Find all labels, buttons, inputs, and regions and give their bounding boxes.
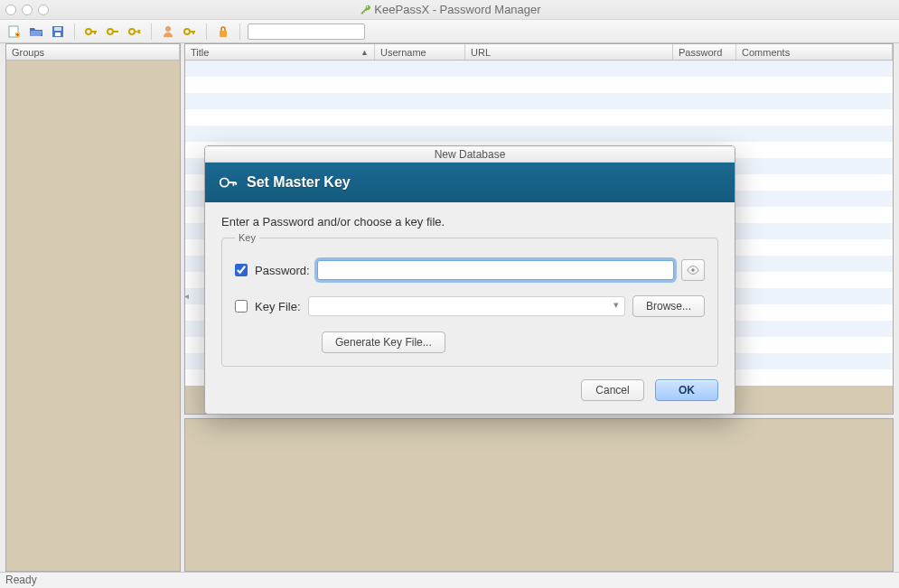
svg-rect-11 — [220, 31, 227, 37]
toolbar-separator — [239, 23, 240, 40]
toolbar-separator — [206, 23, 207, 40]
svg-point-7 — [108, 29, 113, 34]
copy-username-button[interactable] — [159, 23, 177, 41]
main-toolbar — [0, 20, 899, 43]
entries-header: Title▲ Username URL Password Comments — [185, 44, 893, 61]
keyfile-row: Key File: Browse... — [235, 295, 705, 317]
zoom-window-icon[interactable] — [38, 5, 49, 15]
svg-point-9 — [165, 26, 171, 32]
dialog-title: New Database — [205, 146, 735, 163]
table-row[interactable] — [185, 93, 893, 109]
toolbar-separator — [151, 23, 152, 40]
svg-point-13 — [691, 268, 695, 272]
open-folder-icon — [29, 24, 43, 39]
new-database-dialog: New Database Set Master Key Enter a Pass… — [204, 145, 735, 415]
dialog-footer: Cancel OK — [205, 376, 735, 414]
window-title: KeePassX - Password Manager — [0, 3, 899, 16]
ok-button[interactable]: OK — [655, 379, 718, 401]
delete-entry-button[interactable] — [126, 23, 144, 41]
dialog-body: Enter a Password and/or choose a key fil… — [205, 202, 735, 376]
table-row[interactable] — [185, 109, 893, 126]
dialog-instruction: Enter a Password and/or choose a key fil… — [221, 215, 718, 229]
table-row[interactable] — [185, 77, 893, 93]
svg-point-12 — [220, 178, 229, 186]
col-title[interactable]: Title▲ — [185, 44, 375, 60]
key-add-icon — [84, 24, 98, 39]
master-key-icon — [218, 173, 238, 192]
col-url[interactable]: URL — [465, 44, 673, 60]
copy-password-button[interactable] — [181, 23, 199, 41]
app-logo-icon — [358, 4, 370, 16]
window-traffic-lights — [5, 5, 49, 15]
eye-icon — [687, 264, 699, 276]
key-icon — [183, 24, 197, 39]
groups-header-label: Groups — [6, 44, 180, 60]
toggle-password-visibility-button[interactable] — [681, 259, 705, 281]
status-text: Ready — [5, 574, 37, 586]
keyfile-checkbox[interactable] — [235, 300, 248, 313]
save-database-button[interactable] — [49, 23, 67, 41]
vertical-splitter[interactable]: ◂ — [183, 282, 190, 309]
cancel-button[interactable]: Cancel — [581, 379, 644, 401]
browse-button[interactable]: Browse... — [632, 295, 705, 317]
toolbar-separator — [74, 23, 75, 40]
lock-database-button[interactable] — [214, 23, 232, 41]
new-database-button[interactable] — [5, 23, 23, 41]
edit-entry-button[interactable] — [104, 23, 122, 41]
col-username[interactable]: Username — [375, 44, 465, 60]
sort-asc-icon: ▲ — [361, 48, 369, 57]
key-legend: Key — [235, 232, 259, 243]
dialog-banner-title: Set Master Key — [247, 174, 351, 191]
password-checkbox[interactable] — [235, 264, 248, 276]
password-row: Password: — [235, 259, 705, 281]
generate-row: Generate Key File... — [322, 331, 705, 353]
status-bar: Ready — [0, 572, 899, 588]
user-icon — [161, 24, 175, 39]
lock-icon — [216, 24, 230, 39]
svg-point-6 — [86, 29, 91, 34]
svg-rect-4 — [54, 27, 61, 31]
table-row[interactable] — [185, 126, 893, 142]
generate-keyfile-button[interactable]: Generate Key File... — [322, 331, 445, 353]
master-password-input[interactable] — [317, 260, 674, 280]
open-database-button[interactable] — [27, 23, 45, 41]
detail-pane — [184, 418, 894, 572]
groups-pane[interactable]: Groups — [5, 43, 181, 572]
key-fieldset: Key Password: Key File: Browse... Genera… — [221, 232, 718, 367]
svg-point-8 — [129, 29, 135, 34]
minimize-window-icon[interactable] — [22, 5, 33, 15]
window-titlebar: KeePassX - Password Manager — [0, 0, 899, 20]
svg-point-10 — [184, 29, 190, 34]
password-label: Password: — [255, 264, 310, 277]
svg-point-0 — [367, 6, 369, 8]
keyfile-combo[interactable] — [308, 296, 625, 316]
close-window-icon[interactable] — [5, 5, 16, 15]
groups-header: Groups — [6, 44, 180, 61]
toolbar-search-input[interactable] — [248, 23, 365, 40]
add-entry-button[interactable] — [82, 23, 100, 41]
col-comments[interactable]: Comments — [736, 44, 893, 60]
keyfile-label: Key File: — [255, 300, 301, 313]
save-icon — [51, 24, 65, 39]
dialog-banner: Set Master Key — [205, 163, 735, 202]
table-row[interactable] — [185, 61, 893, 77]
key-delete-icon — [127, 24, 142, 39]
svg-rect-5 — [55, 33, 61, 36]
new-file-icon — [7, 24, 22, 39]
key-edit-icon — [106, 24, 120, 39]
col-password[interactable]: Password — [673, 44, 736, 60]
